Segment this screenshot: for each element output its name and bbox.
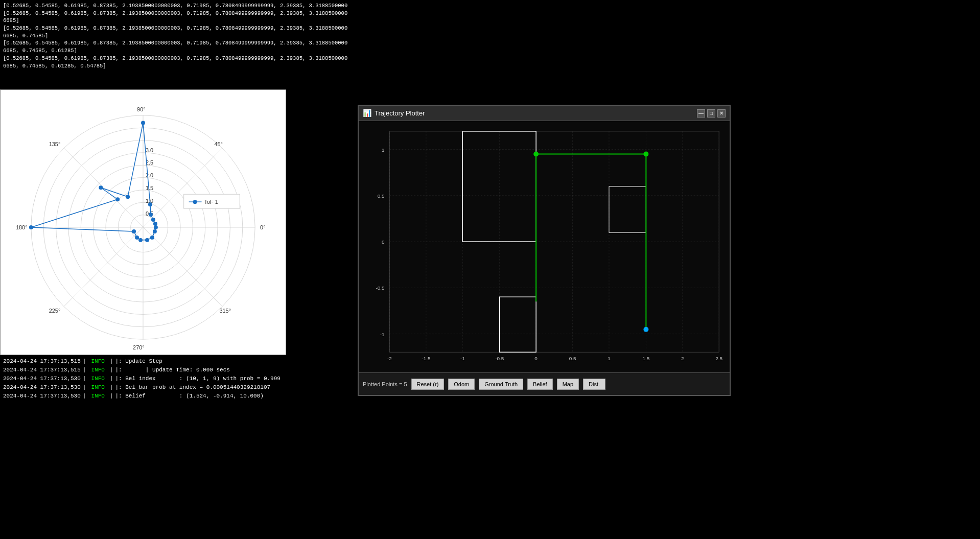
log-entry: 2024-04-24 17:37:13,530 | INFO | |: Beli… <box>3 392 365 401</box>
svg-text:1: 1 <box>382 147 385 153</box>
log-entry: 2024-04-24 17:37:13,515 | INFO | |: | Up… <box>3 366 365 374</box>
svg-text:0°: 0° <box>260 224 265 230</box>
svg-text:1.5: 1.5 <box>642 356 649 361</box>
svg-text:1.5: 1.5 <box>146 185 153 191</box>
svg-text:135°: 135° <box>49 141 61 147</box>
svg-point-42 <box>99 185 103 190</box>
svg-point-43 <box>126 195 130 199</box>
svg-text:1: 1 <box>608 356 611 361</box>
svg-rect-78 <box>462 131 536 242</box>
svg-text:-1.5: -1.5 <box>422 356 431 361</box>
svg-point-81 <box>533 152 539 157</box>
svg-point-34 <box>153 229 157 233</box>
svg-point-83 <box>643 327 648 332</box>
svg-text:2.0: 2.0 <box>146 172 153 178</box>
svg-point-82 <box>643 152 648 157</box>
console-line: [0.52685, 0.54585, 0.61985, 0.87385, 2.1… <box>3 55 344 62</box>
trajectory-plot: 1 0.5 0 -0.5 -1 -2 -1.5 -1 -0.5 0 0.5 1 … <box>359 121 730 372</box>
svg-point-46 <box>193 200 197 204</box>
svg-point-39 <box>132 229 136 233</box>
ground-truth-button[interactable]: Ground Truth <box>479 379 523 390</box>
trajectory-footer: Plotted Points = 5 Reset (r) Odom Ground… <box>359 372 730 395</box>
svg-text:-0.5: -0.5 <box>495 356 504 361</box>
trajectory-titlebar: 📊 Trajectory Plotter — □ ✕ <box>359 106 730 121</box>
polar-chart: 0.5 1.0 1.5 2.0 2.5 3.0 90° 45° 0° 315° … <box>0 89 286 355</box>
log-entry: 2024-04-24 17:37:13,515 | INFO | |: Upda… <box>3 357 365 366</box>
svg-point-36 <box>145 238 149 242</box>
svg-point-35 <box>150 236 154 240</box>
console-line: [0.52685, 0.54585, 0.61985, 0.87385, 2.1… <box>3 2 344 10</box>
svg-point-28 <box>141 121 145 125</box>
svg-text:2: 2 <box>681 356 684 361</box>
console-line: 6685, 0.74585, 0.61285, 0.54785] <box>3 62 344 70</box>
console-output: [0.52685, 0.54585, 0.61985, 0.87385, 2.1… <box>0 0 347 89</box>
map-button[interactable]: Map <box>557 379 579 390</box>
svg-point-37 <box>138 238 143 242</box>
dist-button[interactable]: Dist. <box>583 379 605 390</box>
trajectory-title: Trajectory Plotter <box>375 109 425 117</box>
legend-label: ToF 1 <box>204 199 218 205</box>
minimize-button[interactable]: — <box>697 109 705 118</box>
svg-text:0: 0 <box>534 356 538 361</box>
svg-text:90°: 90° <box>137 106 146 112</box>
console-line: [0.52685, 0.54585, 0.61985, 0.87385, 2.1… <box>3 10 344 17</box>
svg-text:270°: 270° <box>133 344 145 350</box>
svg-text:0.5: 0.5 <box>378 193 385 199</box>
svg-point-30 <box>149 213 153 217</box>
trajectory-window: 📊 Trajectory Plotter — □ ✕ <box>358 105 731 396</box>
svg-point-33 <box>154 225 158 229</box>
console-line: 6685, 0.74585] <box>3 32 344 40</box>
svg-text:2.5: 2.5 <box>715 356 722 361</box>
svg-point-41 <box>115 197 120 201</box>
svg-text:-0.5: -0.5 <box>376 285 385 291</box>
svg-point-29 <box>148 202 152 206</box>
svg-point-40 <box>29 225 33 229</box>
svg-text:315°: 315° <box>219 308 231 314</box>
svg-text:45°: 45° <box>214 141 223 147</box>
trajectory-icon: 📊 <box>363 109 371 118</box>
reset-button[interactable]: Reset (r) <box>411 379 445 390</box>
console-line: [0.52685, 0.54585, 0.61985, 0.87385, 2.1… <box>3 39 344 47</box>
log-entry: 2024-04-24 17:37:13,530 | INFO | |: Bel … <box>3 374 365 383</box>
odom-button[interactable]: Odom <box>448 379 475 390</box>
console-line: 6685, 0.74585, 0.61285] <box>3 47 344 55</box>
svg-text:180°: 180° <box>16 224 28 230</box>
svg-text:-1: -1 <box>460 356 465 361</box>
svg-point-32 <box>153 222 157 226</box>
console-line: 6685] <box>3 17 344 25</box>
svg-text:3.0: 3.0 <box>146 147 153 153</box>
log-output: 2024-04-24 17:37:13,515 | INFO | |: Upda… <box>0 355 368 539</box>
svg-text:0: 0 <box>382 239 385 245</box>
belief-button[interactable]: Belief <box>527 379 553 390</box>
close-button[interactable]: ✕ <box>717 109 726 118</box>
svg-text:225°: 225° <box>49 308 61 314</box>
plotted-points-label: Plotted Points = 5 <box>363 381 407 387</box>
maximize-button[interactable]: □ <box>707 109 715 118</box>
svg-point-31 <box>151 218 155 222</box>
console-line: [0.52685, 0.54585, 0.61985, 0.87385, 2.1… <box>3 25 344 32</box>
svg-point-38 <box>135 236 139 240</box>
svg-text:-2: -2 <box>387 356 392 361</box>
svg-text:-1: -1 <box>380 332 385 337</box>
log-entry: 2024-04-24 17:37:13,530 | INFO | |: Bel_… <box>3 383 365 392</box>
svg-rect-80 <box>609 186 646 232</box>
svg-text:0.5: 0.5 <box>569 356 576 361</box>
svg-rect-79 <box>500 297 536 352</box>
